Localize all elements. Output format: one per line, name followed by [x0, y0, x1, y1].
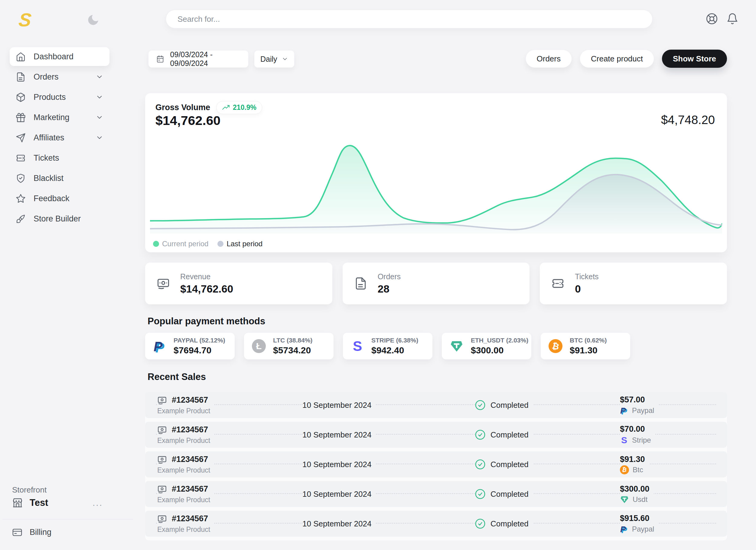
current-period-total: $14,762.60: [155, 113, 220, 128]
chevron-down-icon: [96, 113, 103, 121]
product-name: Example Product: [157, 407, 210, 415]
star-icon: [16, 194, 26, 203]
table-row[interactable]: #1234567 Example Product 10 September 20…: [145, 392, 727, 418]
table-row[interactable]: #1234567 Example Product 10 September 20…: [145, 481, 727, 507]
stat-value: 28: [378, 283, 401, 295]
invoice-icon: [157, 484, 167, 494]
package-icon: [16, 92, 26, 102]
interval-select[interactable]: Daily: [254, 50, 295, 68]
order-date: 10 September 2024: [302, 430, 376, 440]
chevron-down-icon: [282, 55, 288, 63]
paypal-icon: PP: [620, 406, 628, 415]
sidebar-item-label: Feedback: [34, 194, 70, 203]
search-input[interactable]: [166, 10, 653, 28]
sidebar-item-label: Marketing: [34, 113, 70, 122]
ticket-icon: [16, 153, 26, 163]
trending-up-icon: [222, 104, 230, 112]
status-badge: Completed: [490, 401, 529, 410]
home-icon: [16, 52, 26, 62]
credit-card-icon: [12, 527, 22, 537]
payment-method-amount: $300.00: [471, 345, 528, 356]
payment-method: Usdt: [633, 495, 647, 504]
sidebar-item-label: Affiliates: [34, 133, 64, 142]
payment-method: Paypal: [632, 406, 654, 415]
chevron-down-icon: [96, 134, 103, 141]
gift-icon: [16, 112, 26, 122]
table-row[interactable]: #1234567 Example Product 10 September 20…: [145, 422, 727, 448]
brand-logo[interactable]: S: [18, 9, 32, 31]
payment-method-cards: PP PAYPAL (52.12%) $7694.70 Ł LTC (38.84…: [145, 333, 630, 360]
sidebar-item-label: Products: [34, 93, 66, 102]
help-button[interactable]: [706, 13, 718, 25]
order-id: #1234567: [172, 514, 208, 523]
order-date: 10 September 2024: [302, 460, 376, 469]
storefront-selector[interactable]: Test ...: [12, 497, 103, 508]
table-row[interactable]: #1234567 Example Product 10 September 20…: [145, 511, 727, 537]
orders-button[interactable]: Orders: [526, 50, 572, 68]
invoice-icon: [157, 514, 167, 524]
paypal-icon: PP: [153, 339, 166, 354]
sidebar-item-feedback[interactable]: Feedback: [10, 189, 109, 208]
product-name: Example Product: [157, 526, 210, 534]
stripe-icon: S: [620, 435, 628, 445]
table-row[interactable]: #1234567 Example Product 10 September 20…: [145, 451, 727, 477]
create-product-button[interactable]: Create product: [580, 50, 654, 68]
payment-method-amount: $91.30: [570, 345, 607, 356]
payment-method: Paypal: [632, 525, 654, 533]
more-icon[interactable]: ...: [93, 498, 103, 508]
paypal-card: PP PAYPAL (52.12%) $7694.70: [145, 333, 235, 360]
legend-current-period: Current period: [153, 239, 208, 248]
legend-current-label: Current period: [162, 239, 208, 248]
payment-methods-title: Popular payment methods: [148, 316, 265, 327]
order-amount: $91.30: [620, 455, 645, 464]
sidebar-item-store-builder[interactable]: Store Builder: [10, 209, 109, 228]
chart-legend: Current period Last period: [153, 239, 262, 248]
product-name: Example Product: [157, 437, 210, 445]
notifications-button[interactable]: [726, 13, 738, 25]
bitcoin-icon: ₿: [620, 465, 629, 474]
sidebar-item-tickets[interactable]: Tickets: [10, 148, 109, 167]
header-actions: Orders Create product Show Store: [526, 50, 727, 68]
status-badge: Completed: [490, 460, 529, 469]
order-id: #1234567: [172, 484, 208, 494]
shield-check-icon: [16, 173, 26, 183]
stat-value: $14,762.60: [180, 283, 233, 295]
order-id: #1234567: [172, 396, 208, 405]
payment-method-amount: $5734.20: [273, 345, 312, 356]
file-text-icon: [354, 277, 367, 290]
legend-last-label: Last period: [226, 239, 262, 248]
sidebar-item-billing[interactable]: Billing: [12, 527, 51, 537]
orders-card: Orders 28: [343, 262, 530, 304]
date-range-picker[interactable]: 09/03/2024 - 09/09/2024: [148, 50, 249, 68]
gross-volume-chart: [150, 132, 722, 233]
moon-icon: [86, 13, 100, 27]
storefront-label: Storefront: [12, 485, 47, 495]
legend-last-period: Last period: [217, 239, 262, 248]
sidebar-item-orders[interactable]: Orders: [10, 67, 109, 86]
stripe-card: S STRIPE (6.38%) $942.40: [343, 333, 432, 360]
litecoin-icon: Ł: [252, 339, 266, 353]
invoice-icon: [157, 396, 167, 405]
product-name: Example Product: [157, 466, 210, 474]
btc-card: ₿ BTC (0.62%) $91.30: [541, 333, 630, 360]
order-date: 10 September 2024: [302, 401, 376, 410]
recent-sales-title: Recent Sales: [148, 372, 206, 382]
dashboard-page: S Dashboard Orders Products Marketing Af…: [0, 0, 756, 550]
last-period-total: $4,748.20: [661, 113, 715, 127]
gross-volume-title: Gross Volume: [155, 103, 210, 112]
dark-mode-toggle[interactable]: [86, 13, 100, 27]
sidebar-item-blacklist[interactable]: Blacklist: [10, 169, 109, 187]
sidebar-item-label: Store Builder: [34, 214, 81, 223]
sidebar-item-dashboard[interactable]: Dashboard: [10, 47, 109, 66]
order-amount: $300.00: [620, 484, 650, 494]
sidebar-item-products[interactable]: Products: [10, 88, 109, 106]
payment-method-name: ETH_USDT (2.03%): [471, 337, 528, 344]
stat-label: Tickets: [575, 272, 598, 281]
show-store-button[interactable]: Show Store: [662, 50, 727, 68]
paypal-icon: PP: [620, 524, 628, 534]
status-badge: Completed: [490, 519, 529, 529]
sidebar-item-marketing[interactable]: Marketing: [10, 108, 109, 127]
status-badge: Completed: [490, 490, 529, 499]
bitcoin-icon: ₿: [549, 339, 562, 353]
sidebar-item-affiliates[interactable]: Affiliates: [10, 128, 109, 147]
